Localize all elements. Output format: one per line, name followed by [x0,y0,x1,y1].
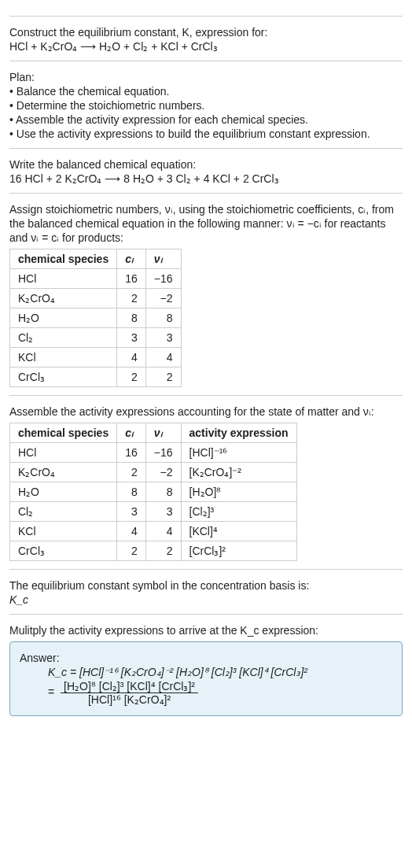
stoich-intro-2: the balanced chemical equation in the fo… [9,217,403,230]
col-activity: activity expression [181,423,296,443]
sp: K₂CrO₄ [10,289,117,308]
unbalanced-equation: HCl + K₂CrO₄ ⟶ H₂O + Cl₂ + KCl + CrCl₃ [9,40,403,53]
kc-product-line: K_c = [HCl]⁻¹⁶ [K₂CrO₄]⁻² [H₂O]⁸ [Cl₂]³ … [20,666,392,678]
a: [CrCl₃]² [181,541,296,561]
kc-product: K_c = [HCl]⁻¹⁶ [K₂CrO₄]⁻² [H₂O]⁸ [Cl₂]³ … [48,666,307,678]
v: −2 [145,289,181,308]
c: 2 [117,541,146,561]
kc-symbol: K_c [9,593,28,606]
v: 3 [145,502,181,522]
table-row: HCl16−16[HCl]⁻¹⁶ [10,443,297,463]
col-species: chemical species [10,249,117,269]
a: [Cl₂]³ [181,502,296,522]
a: [H₂O]⁸ [181,482,296,502]
answer-box: Answer: K_c = [HCl]⁻¹⁶ [K₂CrO₄]⁻² [H₂O]⁸… [9,641,403,716]
stoich-table: chemical species cᵢ νᵢ HCl16−16 K₂CrO₄2−… [9,249,182,387]
c: 16 [117,443,146,463]
col-c: cᵢ [117,423,146,443]
construct-title: Construct the equilibrium constant, K, e… [9,26,403,39]
c: 8 [117,308,146,328]
section-construct: Construct the equilibrium constant, K, e… [9,16,403,53]
a: [K₂CrO₄]⁻² [181,463,296,482]
c: 2 [117,463,146,482]
symbol-line2: K_c [9,593,403,606]
answer-label: Answer: [20,652,392,664]
equals: = [48,685,54,698]
table-header-row: chemical species cᵢ νᵢ activity expressi… [10,423,297,443]
c: 8 [117,482,146,502]
sp: KCl [10,522,117,541]
construct-title-text: Construct the equilibrium constant, K, e… [9,26,267,39]
section-balanced: Write the balanced chemical equation: 16… [9,148,403,185]
c: 4 [117,348,146,368]
fraction: [H₂O]⁸ [Cl₂]³ [KCl]⁴ [CrCl₃]² [HCl]¹⁶ [K… [61,680,198,706]
sp: H₂O [10,308,117,328]
activity-intro: Assemble the activity expressions accoun… [9,405,403,418]
v: 8 [145,482,181,502]
c: 4 [117,522,146,541]
sp: HCl [10,443,117,463]
sp: Cl₂ [10,502,117,522]
v: −2 [145,463,181,482]
table-row: CrCl₃22[CrCl₃]² [10,541,297,561]
balanced-title: Write the balanced chemical equation: [9,158,403,171]
table-row: CrCl₃22 [10,368,182,387]
v: 4 [145,348,181,368]
activity-table: chemical species cᵢ νᵢ activity expressi… [9,423,297,561]
stoich-intro-1: Assign stoichiometric numbers, νᵢ, using… [9,203,403,216]
sp: HCl [10,269,117,289]
section-activity: Assemble the activity expressions accoun… [9,395,403,561]
col-v: νᵢ [145,423,181,443]
table-row: Cl₂33 [10,328,182,348]
a: [KCl]⁴ [181,522,296,541]
col-c: cᵢ [117,249,146,269]
table-row: KCl44[KCl]⁴ [10,522,297,541]
v: 3 [145,328,181,348]
section-plan: Plan: • Balance the chemical equation. •… [9,61,403,140]
sp: H₂O [10,482,117,502]
c: 3 [117,502,146,522]
stoich-intro-3: and νᵢ = cᵢ for products: [9,231,403,244]
c: 3 [117,328,146,348]
sp: CrCl₃ [10,368,117,387]
v: −16 [145,269,181,289]
section-stoich: Assign stoichiometric numbers, νᵢ, using… [9,193,403,387]
table-row: K₂CrO₄2−2[K₂CrO₄]⁻² [10,463,297,482]
col-species: chemical species [10,423,117,443]
frac-denominator: [HCl]¹⁶ [K₂CrO₄]² [61,693,198,706]
sp: K₂CrO₄ [10,463,117,482]
v: −16 [145,443,181,463]
frac-numerator: [H₂O]⁸ [Cl₂]³ [KCl]⁴ [CrCl₃]² [61,680,198,693]
multiply-intro: Mulitply the activity expressions to arr… [9,624,403,637]
table-row: K₂CrO₄2−2 [10,289,182,308]
v: 2 [145,368,181,387]
sp: KCl [10,348,117,368]
kc-fraction-line: = [H₂O]⁸ [Cl₂]³ [KCl]⁴ [CrCl₃]² [HCl]¹⁶ … [20,680,392,706]
section-multiply: Mulitply the activity expressions to arr… [9,614,403,716]
v: 4 [145,522,181,541]
plan-title: Plan: [9,71,403,83]
v: 2 [145,541,181,561]
plan-bullet-4: • Use the activity expressions to build … [9,127,403,140]
c: 2 [117,289,146,308]
v: 8 [145,308,181,328]
col-v: νᵢ [145,249,181,269]
plan-bullet-1: • Balance the chemical equation. [9,85,403,98]
sp: Cl₂ [10,328,117,348]
c: 16 [117,269,146,289]
table-header-row: chemical species cᵢ νᵢ [10,249,182,269]
symbol-line1: The equilibrium constant symbol in the c… [9,579,403,592]
c: 2 [117,368,146,387]
sp: CrCl₃ [10,541,117,561]
table-row: Cl₂33[Cl₂]³ [10,502,297,522]
table-row: H₂O88 [10,308,182,328]
section-symbol: The equilibrium constant symbol in the c… [9,569,403,606]
plan-bullet-2: • Determine the stoichiometric numbers. [9,99,403,112]
table-row: KCl44 [10,348,182,368]
table-row: H₂O88[H₂O]⁸ [10,482,297,502]
table-row: HCl16−16 [10,269,182,289]
a: [HCl]⁻¹⁶ [181,443,296,463]
plan-bullet-3: • Assemble the activity expression for e… [9,113,403,126]
balanced-equation: 16 HCl + 2 K₂CrO₄ ⟶ 8 H₂O + 3 Cl₂ + 4 KC… [9,172,403,185]
